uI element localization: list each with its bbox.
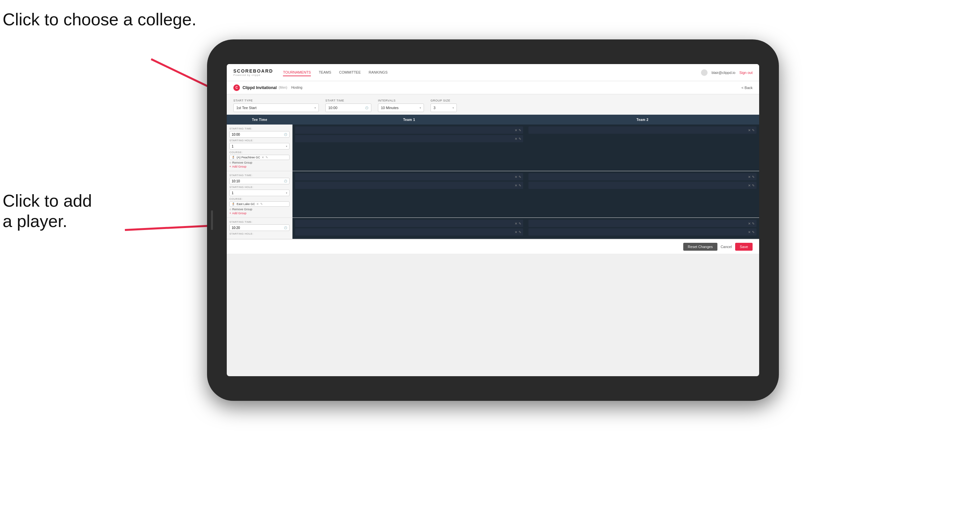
remove-group-2[interactable]: ○Remove Group [229,208,290,211]
nav-teams[interactable]: TEAMS [319,69,331,76]
add-group-2[interactable]: +Add Group [229,211,290,215]
starting-time-input-3[interactable]: 10:20🕙 [229,224,290,231]
starting-hole-input-1[interactable]: 1▾ [229,143,290,149]
player-x-icon[interactable]: ✕ [515,184,517,187]
player-row[interactable]: ✕ ✎ [295,229,523,236]
nav-rankings[interactable]: RANKINGS [369,69,387,76]
player-edit-icon[interactable]: ✎ [519,230,521,234]
player-row[interactable]: ✕ ✎ [295,173,523,180]
player-x-icon[interactable]: ✕ [748,184,751,187]
sign-out-link[interactable]: Sign out [740,71,752,75]
start-type-select[interactable]: 1st Tee Start ▾ [233,103,319,112]
nav-items: TOURNAMENTS TEAMS COMMITTEE RANKINGS [283,69,701,76]
team2-cell-1: ✕ ✎ [526,124,759,171]
start-time-group: Start Time 10:00 🕙 [325,99,371,112]
add-group-1[interactable]: +Add Group [229,165,290,168]
player-edit-icon[interactable]: ✎ [752,184,754,187]
player-x-icon[interactable]: ✕ [748,129,751,132]
reset-button[interactable]: Reset Changes [683,243,718,251]
course-tag-1[interactable]: 🏌 (A) Peachtree GC ✕ ✎ [229,155,290,160]
player-edit-icon[interactable]: ✎ [519,137,521,141]
player-row[interactable]: ✕ ✎ [295,220,523,227]
group-size-group: Group Size 3 ▾ [431,99,457,112]
player-x-icon[interactable]: ✕ [748,230,751,234]
player-x-icon[interactable]: ✕ [515,230,517,234]
start-time-select[interactable]: 10:00 🕙 [325,103,371,112]
starting-time-label-3: STARTING TIME: [229,221,290,224]
annotation-add-player: Click to adda player. [3,190,92,232]
player-row[interactable]: ✕ ✎ [295,135,523,142]
cancel-button[interactable]: Cancel [721,245,732,249]
starting-hole-label-1: STARTING HOLE: [229,139,290,142]
tournament-badge: (Men) [279,86,287,89]
start-type-value: 1st Tee Start [236,106,257,110]
user-avatar [701,69,708,76]
group-size-chevron: ▾ [453,106,454,110]
intervals-chevron: ▾ [420,106,421,110]
course-label-2: COURSE: [229,197,290,200]
course-edit-1[interactable]: ✎ [266,156,268,159]
remove-group-1[interactable]: ○Remove Group [229,161,290,164]
starting-hole-label-3: STARTING HOLE: [229,232,290,235]
course-remove-2[interactable]: ✕ [256,202,259,206]
start-time-icon: 🕙 [365,106,368,110]
nav-tournaments[interactable]: TOURNAMENTS [283,69,311,76]
table-header: Tee Time Team 1 Team 2 [227,115,759,124]
header-right: blair@clippd.io Sign out [701,69,752,76]
save-button[interactable]: Save [735,243,752,251]
start-time-value: 10:00 [328,106,337,110]
player-edit-icon[interactable]: ✎ [519,129,521,132]
user-email: blair@clippd.io [711,71,735,75]
player-x-icon[interactable]: ✕ [515,222,517,225]
course-name-2: East Lake GC [237,202,255,206]
player-x-icon[interactable]: ✕ [515,129,517,132]
player-edit-icon[interactable]: ✎ [752,222,754,225]
player-row[interactable]: ✕ ✎ [528,220,757,227]
player-edit-icon[interactable]: ✎ [752,175,754,179]
course-edit-2[interactable]: ✎ [260,202,263,206]
team2-cell-2: ✕ ✎ ✕ ✎ [526,171,759,217]
group-size-select[interactable]: 3 ▾ [431,103,457,112]
player-edit-icon[interactable]: ✎ [519,222,521,225]
player-edit-icon[interactable]: ✎ [519,184,521,187]
course-tag-2[interactable]: 🏌 East Lake GC ✕ ✎ [229,202,290,207]
app-footer: Reset Changes Cancel Save [227,239,759,254]
player-edit-icon[interactable]: ✎ [519,175,521,179]
player-x-icon[interactable]: ✕ [748,222,751,225]
tablet-frame: SCOREBOARD Powered by clippd TOURNAMENTS… [207,40,779,401]
app-header: SCOREBOARD Powered by clippd TOURNAMENTS… [227,64,759,81]
course-remove-1[interactable]: ✕ [262,156,264,159]
player-row[interactable]: ✕ ✎ [528,182,757,189]
player-row[interactable]: ✕ ✎ [528,127,757,134]
player-edit-icon[interactable]: ✎ [752,129,754,132]
back-button[interactable]: < Back [741,86,752,90]
player-row[interactable]: ✕ ✎ [295,182,523,189]
player-x-icon[interactable]: ✕ [748,175,751,179]
course-label-1: COURSE: [229,151,290,154]
group-size-value: 3 [433,106,436,110]
player-row[interactable]: ✕ ✎ [295,127,523,134]
starting-hole-label-2: STARTING HOLE: [229,186,290,189]
th-team1: Team 1 [293,118,526,122]
starting-time-input-2[interactable]: 10:10🕙 [229,178,290,184]
table-row: STARTING TIME: 10:20🕙 STARTING HOLE: ✕ ✎… [227,218,759,239]
start-type-group: Start Type 1st Tee Start ▾ [233,99,319,112]
player-row[interactable]: ✕ ✎ [528,229,757,236]
player-x-icon[interactable]: ✕ [515,137,517,141]
player-row[interactable]: ✕ ✎ [528,173,757,180]
side-panel-2: STARTING TIME: 10:10🕙 STARTING HOLE: 1▾ … [227,171,293,217]
nav-committee[interactable]: COMMITTEE [339,69,361,76]
scoreboard-subtitle: Powered by clippd [233,74,273,76]
intervals-select[interactable]: 10 Minutes ▾ [378,103,424,112]
starting-time-label-1: STARTING TIME: [229,127,290,130]
starting-hole-input-2[interactable]: 1▾ [229,190,290,196]
hosting-badge: Hosting [291,86,302,89]
start-time-label: Start Time [325,99,371,102]
scoreboard-logo: SCOREBOARD Powered by clippd [233,68,273,76]
player-x-icon[interactable]: ✕ [515,175,517,179]
starting-time-input-1[interactable]: 10:00🕙 [229,131,290,138]
tournament-icon: C [233,84,240,91]
form-area: Start Type 1st Tee Start ▾ Start Time 10… [227,94,759,115]
table-row: STARTING TIME: 10:10🕙 STARTING HOLE: 1▾ … [227,171,759,218]
player-edit-icon[interactable]: ✎ [752,230,754,234]
